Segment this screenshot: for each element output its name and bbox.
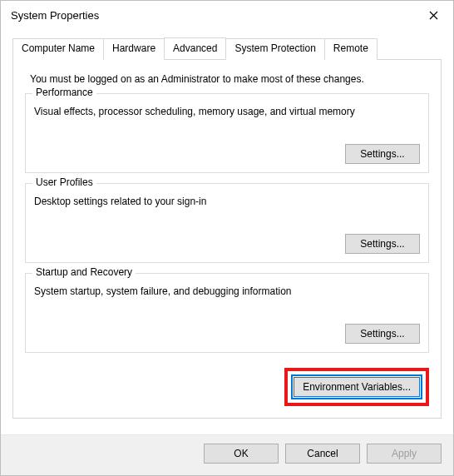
tabs-container: Computer Name Hardware Advanced System P… [12, 37, 442, 419]
performance-button-row: Settings... [34, 144, 420, 164]
startup-recovery-title: Startup and Recovery [32, 266, 136, 278]
user-profiles-group: User Profiles Desktop settings related t… [25, 183, 429, 263]
user-profiles-desc: Desktop settings related to your sign-in [34, 196, 420, 207]
performance-settings-button[interactable]: Settings... [345, 144, 420, 164]
window-title: System Properties [11, 9, 99, 22]
apply-button[interactable]: Apply [367, 444, 442, 464]
titlebar: System Properties [1, 1, 453, 29]
tab-panel-advanced: You must be logged on as an Administrato… [12, 59, 442, 419]
tab-hardware[interactable]: Hardware [103, 38, 165, 60]
startup-recovery-group: Startup and Recovery System startup, sys… [25, 273, 429, 353]
focus-ring: Environment Variables... [291, 374, 422, 399]
tab-system-protection[interactable]: System Protection [225, 38, 324, 60]
startup-recovery-desc: System startup, system failure, and debu… [34, 285, 420, 297]
tab-computer-name[interactable]: Computer Name [12, 38, 104, 60]
system-properties-window: System Properties Computer Name Hardware… [0, 0, 454, 476]
performance-desc: Visual effects, processor scheduling, me… [34, 106, 420, 117]
tab-advanced[interactable]: Advanced [164, 37, 226, 59]
tab-strip: Computer Name Hardware Advanced System P… [12, 37, 442, 59]
tab-remote[interactable]: Remote [324, 38, 378, 60]
highlight-annotation: Environment Variables... [284, 368, 429, 406]
environment-variables-row: Environment Variables... [25, 368, 429, 406]
user-profiles-button-row: Settings... [34, 234, 420, 254]
user-profiles-title: User Profiles [32, 176, 96, 188]
close-icon [429, 11, 438, 20]
startup-recovery-settings-button[interactable]: Settings... [345, 324, 420, 344]
ok-button[interactable]: OK [204, 444, 279, 464]
user-profiles-settings-button[interactable]: Settings... [345, 234, 420, 254]
admin-notice: You must be logged on as an Administrato… [25, 73, 429, 85]
startup-recovery-button-row: Settings... [34, 324, 420, 344]
cancel-button[interactable]: Cancel [285, 444, 360, 464]
performance-group: Performance Visual effects, processor sc… [25, 93, 429, 173]
content-area: Computer Name Hardware Advanced System P… [1, 29, 453, 434]
close-button[interactable] [420, 4, 447, 26]
environment-variables-button[interactable]: Environment Variables... [294, 377, 420, 397]
dialog-footer: OK Cancel Apply [1, 434, 453, 475]
performance-title: Performance [32, 87, 96, 98]
